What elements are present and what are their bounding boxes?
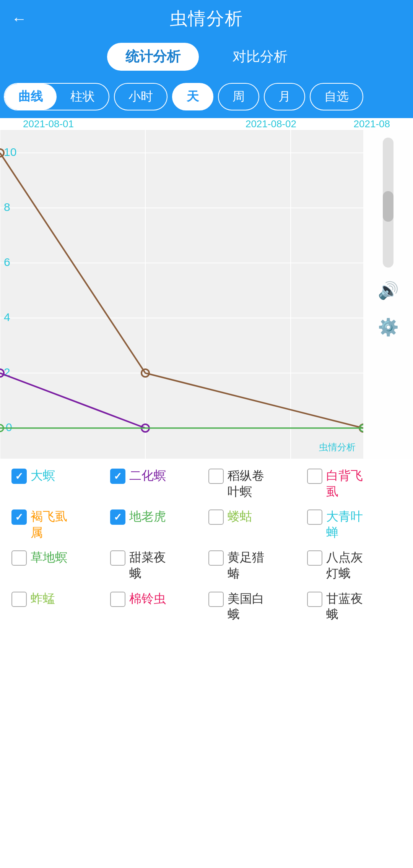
legend-item-louqu: 蝼蛄 xyxy=(208,509,303,540)
legend-item-erhuaming: 二化螟 xyxy=(110,468,205,500)
legend-item-daozong: 稻纵卷叶螟 xyxy=(208,468,303,500)
legend-label-tiancai: 甜菜夜蛾 xyxy=(129,550,166,581)
legend-label-erhuaming: 二化螟 xyxy=(129,468,166,484)
legend-label-daozong: 稻纵卷叶螟 xyxy=(228,468,264,500)
chart-container: 10 8 6 4 2 -0 🔊 ⚙️ 虫情分析 xyxy=(0,130,413,459)
legend-label-mianling: 棉铃虫 xyxy=(129,591,166,607)
legend-checkbox-daqingye[interactable] xyxy=(307,509,322,525)
chart-watermark: 虫情分析 xyxy=(319,441,356,453)
legend-checkbox-caodiming[interactable] xyxy=(11,550,27,566)
legend-label-huangzu: 黄足猎蝽 xyxy=(228,550,264,581)
legend-label-damiya: 大螟 xyxy=(31,468,55,484)
chart-date-2: 2021-08-02 xyxy=(188,118,353,130)
tab-row: 统计分析 对比分析 xyxy=(0,37,413,79)
filter-row: 曲线 柱状 小时 天 周 月 自选 xyxy=(0,79,413,118)
tab-statistics[interactable]: 统计分析 xyxy=(107,43,199,71)
legend-item-damiya: 大螟 xyxy=(11,468,106,500)
legend-checkbox-badianhuang[interactable] xyxy=(307,550,322,566)
legend-checkbox-baibei[interactable] xyxy=(307,469,322,484)
legend-checkbox-louqu[interactable] xyxy=(208,509,224,525)
legend-checkbox-erhuaming[interactable] xyxy=(110,469,125,484)
legend-item-hefei: 褐飞虱属 xyxy=(11,509,106,540)
legend-checkbox-zhameng[interactable] xyxy=(11,592,27,607)
header: ← 虫情分析 xyxy=(0,0,413,37)
legend-checkbox-meiguo[interactable] xyxy=(208,592,224,607)
chart-date-labels: 2021-08-01 2021-08-02 2021-08 xyxy=(0,118,413,130)
legend-checkbox-tiancai[interactable] xyxy=(110,550,125,566)
legend-item-meiguo: 美国白蛾 xyxy=(208,591,303,623)
svg-text:4: 4 xyxy=(4,311,10,323)
legend-area: 大螟 二化螟 稻纵卷叶螟 白背飞虱 褐飞虱属 地老虎 蝼蛄 大青叶蝉 草地螟 甜… xyxy=(0,459,413,632)
legend-label-badianhuang: 八点灰灯蛾 xyxy=(326,550,363,581)
legend-checkbox-ganlan[interactable] xyxy=(307,592,322,607)
svg-text:6: 6 xyxy=(4,256,10,268)
legend-item-zhameng: 蚱蜢 xyxy=(11,591,106,623)
page-title: 虫情分析 xyxy=(170,7,243,31)
filter-curve[interactable]: 曲线 xyxy=(5,84,57,110)
chart-date-3: 2021-08 xyxy=(354,118,390,130)
legend-label-daqingye: 大青叶蝉 xyxy=(326,509,363,540)
legend-item-ganlan: 甘蓝夜蛾 xyxy=(307,591,402,623)
legend-checkbox-dilaohui[interactable] xyxy=(110,509,125,525)
legend-item-huangzu: 黄足猎蝽 xyxy=(208,550,303,581)
filter-hour[interactable]: 小时 xyxy=(114,83,167,110)
legend-item-dilaohui: 地老虎 xyxy=(110,509,205,540)
legend-label-baibei: 白背飞虱 xyxy=(326,468,363,500)
legend-checkbox-hefei[interactable] xyxy=(11,509,27,525)
filter-day[interactable]: 天 xyxy=(172,83,213,110)
legend-label-louqu: 蝼蛄 xyxy=(228,509,252,525)
legend-label-caodiming: 草地螟 xyxy=(31,550,67,566)
right-panel: 🔊 ⚙️ xyxy=(363,130,413,459)
filter-month[interactable]: 月 xyxy=(264,83,305,110)
legend-item-baibei: 白背飞虱 xyxy=(307,468,402,500)
back-button[interactable]: ← xyxy=(11,10,27,28)
legend-item-caodiming: 草地螟 xyxy=(11,550,106,581)
chart-svg: 10 8 6 4 2 -0 xyxy=(0,130,363,459)
svg-rect-0 xyxy=(0,130,363,459)
filter-week[interactable]: 周 xyxy=(218,83,259,110)
legend-item-daqingye: 大青叶蝉 xyxy=(307,509,402,540)
filter-custom[interactable]: 自选 xyxy=(310,83,363,110)
legend-checkbox-damiya[interactable] xyxy=(11,469,27,484)
tab-comparison[interactable]: 对比分析 xyxy=(214,43,306,71)
legend-checkbox-huangzu[interactable] xyxy=(208,550,224,566)
chart-type-group: 曲线 柱状 xyxy=(4,83,109,110)
legend-label-dilaohui: 地老虎 xyxy=(129,509,166,525)
scroll-track[interactable] xyxy=(383,138,393,268)
chart-date-1: 2021-08-01 xyxy=(23,118,188,130)
svg-text:10: 10 xyxy=(4,146,16,158)
legend-label-zhameng: 蚱蜢 xyxy=(31,591,55,607)
legend-item-badianhuang: 八点灰灯蛾 xyxy=(307,550,402,581)
filter-bar[interactable]: 柱状 xyxy=(57,84,109,110)
legend-item-tiancai: 甜菜夜蛾 xyxy=(110,550,205,581)
legend-label-ganlan: 甘蓝夜蛾 xyxy=(326,591,363,623)
legend-label-meiguo: 美国白蛾 xyxy=(228,591,264,623)
legend-checkbox-mianling[interactable] xyxy=(110,592,125,607)
legend-checkbox-daozong[interactable] xyxy=(208,469,224,484)
svg-text:8: 8 xyxy=(4,201,10,213)
speaker-icon[interactable]: 🔊 xyxy=(374,277,402,304)
settings-icon[interactable]: ⚙️ xyxy=(374,313,402,341)
legend-label-hefei: 褐飞虱属 xyxy=(31,509,67,540)
scroll-thumb[interactable] xyxy=(383,191,393,222)
legend-item-mianling: 棉铃虫 xyxy=(110,591,205,623)
